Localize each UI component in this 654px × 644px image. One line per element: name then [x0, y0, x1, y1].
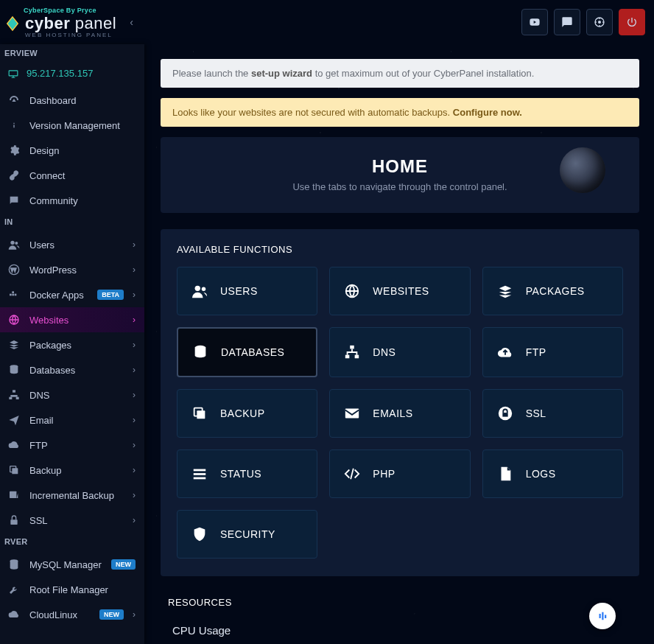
sidebar-section-server: RVER: [0, 533, 144, 552]
link-icon: [7, 169, 21, 181]
sidebar-item-backup[interactable]: Backup ›: [0, 458, 144, 483]
power-button[interactable]: [619, 9, 645, 35]
svg-rect-34: [194, 469, 206, 472]
brand-tagline: CyberSpace By Pryce: [24, 7, 96, 14]
sidebar-item-ssl[interactable]: SSL ›: [0, 508, 144, 533]
brand-logo-icon: [4, 15, 21, 32]
function-ftp[interactable]: FTP: [482, 327, 623, 377]
sitemap-icon: [7, 389, 21, 401]
sidebar-item-version[interactable]: Version Management: [0, 113, 144, 138]
svg-marker-0: [7, 16, 18, 29]
sidebar-item-users[interactable]: Users ›: [0, 232, 144, 257]
svg-rect-17: [12, 468, 18, 474]
chat-button[interactable]: [554, 9, 580, 35]
sidebar-item-connect[interactable]: Connect: [0, 163, 144, 188]
cloud-upload-icon: [496, 343, 514, 361]
support-fab[interactable]: [589, 603, 616, 629]
function-emails[interactable]: EMAILS: [329, 389, 470, 438]
send-icon: [7, 414, 21, 426]
sidebar-item-packages[interactable]: Packages ›: [0, 332, 144, 357]
sidebar-item-dns[interactable]: DNS ›: [0, 382, 144, 407]
chevron-right-icon: ›: [133, 465, 136, 475]
chevron-right-icon: ›: [133, 440, 136, 450]
sidebar-item-community[interactable]: Community: [0, 188, 144, 213]
home-subtitle: Use the tabs to navigate through the con…: [175, 181, 625, 192]
svg-rect-10: [15, 294, 17, 296]
sidebar-item-docker[interactable]: Docker Apps BETA ›: [0, 282, 144, 307]
wrench-icon: [7, 584, 21, 595]
sidebar-item-email[interactable]: Email ›: [0, 407, 144, 433]
available-functions-panel: AVAILABLE FUNCTIONS USERS WEBSITES PACKA…: [161, 229, 639, 576]
sidebar-ip[interactable]: 95.217.135.157: [0, 63, 144, 88]
lock-circle-icon: [496, 405, 514, 422]
svg-rect-28: [355, 355, 359, 359]
chevron-right-icon: ›: [133, 415, 136, 425]
users-icon: [191, 282, 208, 300]
status-bars-icon: [191, 465, 208, 483]
beta-badge: BETA: [97, 290, 124, 300]
chevron-right-icon: ›: [133, 265, 136, 275]
function-ssl[interactable]: SSL: [482, 389, 623, 438]
youtube-button[interactable]: [521, 9, 548, 35]
incremental-icon: [7, 489, 21, 501]
function-php[interactable]: PHP: [329, 449, 470, 498]
chevron-right-icon: ›: [133, 239, 136, 250]
gauge-icon: [7, 94, 21, 106]
function-databases[interactable]: DATABASES: [177, 327, 317, 377]
database-icon: [191, 343, 209, 361]
resources-heading: RESOURCES: [168, 597, 639, 608]
svg-rect-8: [10, 294, 12, 296]
svg-rect-15: [9, 397, 12, 399]
sidebar-item-mysql[interactable]: MySQL Manager NEW: [0, 552, 144, 577]
configure-backup-link[interactable]: Configure now.: [453, 107, 522, 118]
svg-rect-27: [345, 355, 350, 359]
sidebar-item-dashboard[interactable]: Dashboard: [0, 88, 144, 113]
chevron-right-icon: ›: [133, 315, 136, 325]
sidebar-item-databases[interactable]: Databases ›: [0, 357, 144, 382]
cloud-icon: [7, 439, 21, 451]
sidebar-collapse-button[interactable]: ‹: [130, 16, 133, 28]
function-websites[interactable]: WEBSITES: [329, 267, 470, 315]
function-security[interactable]: SECURITY: [177, 510, 317, 559]
cloud-icon: [7, 609, 21, 620]
code-icon: [343, 465, 361, 483]
function-backup[interactable]: BACKUP: [177, 389, 317, 438]
function-users[interactable]: USERS: [177, 267, 317, 315]
sidebar-item-websites[interactable]: Websites ›: [0, 307, 144, 332]
cpu-usage-label: CPU Usage: [172, 624, 639, 637]
svg-rect-16: [16, 397, 19, 399]
sidebar-item-incremental-backup[interactable]: Incremental Backup ›: [0, 483, 144, 508]
setup-alert[interactable]: Please launch the set-up wizard to get m…: [161, 59, 639, 88]
chevron-right-icon: ›: [133, 490, 136, 500]
svg-point-6: [15, 242, 18, 245]
svg-point-5: [10, 241, 14, 245]
brand-subtitle: WEB HOSTING PANEL: [25, 32, 113, 38]
sidebar-item-root-file[interactable]: Root File Manager: [0, 577, 144, 602]
copy-icon: [7, 464, 21, 476]
sitemap-icon: [343, 343, 361, 361]
support-button[interactable]: [586, 9, 613, 35]
function-status[interactable]: STATUS: [177, 449, 317, 498]
home-card: HOME Use the tabs to navigate through th…: [161, 137, 639, 213]
docker-icon: [7, 289, 21, 301]
svg-rect-11: [12, 291, 14, 293]
shield-icon: [191, 525, 208, 543]
main-content: Please launch the set-up wizard to get m…: [144, 44, 654, 644]
database-icon: [7, 364, 21, 376]
chevron-right-icon: ›: [133, 390, 136, 400]
copy-icon: [191, 405, 208, 422]
sidebar-item-ftp[interactable]: FTP ›: [0, 433, 144, 458]
function-logs[interactable]: LOGS: [482, 449, 623, 498]
functions-heading: AVAILABLE FUNCTIONS: [177, 244, 623, 255]
chevron-right-icon: ›: [133, 340, 136, 350]
function-packages[interactable]: PACKAGES: [482, 267, 623, 315]
svg-rect-4: [9, 70, 18, 75]
sidebar-item-design[interactable]: Design: [0, 138, 144, 163]
globe-icon: [7, 314, 21, 326]
sidebar-item-wordpress[interactable]: WordPress ›: [0, 257, 144, 282]
svg-rect-36: [194, 477, 206, 480]
function-dns[interactable]: DNS: [329, 327, 470, 377]
svg-rect-31: [345, 409, 359, 419]
sidebar-item-cloudlinux[interactable]: CloudLinux NEW ›: [0, 602, 144, 627]
info-icon: [7, 119, 21, 131]
